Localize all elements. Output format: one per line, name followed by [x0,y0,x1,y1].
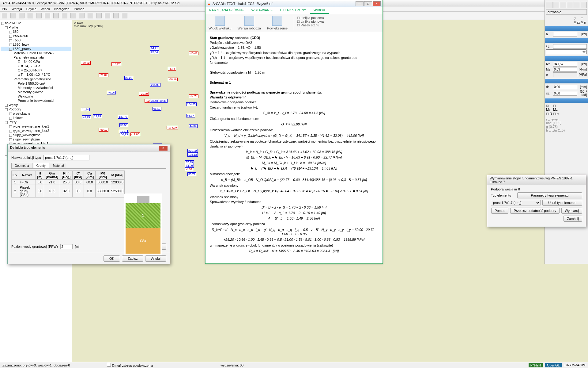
tb-axis-icon[interactable] [45,13,50,18]
document-body[interactable]: Stan graniczny nośności (GEO) Podejście … [205,32,383,262]
btn-parametry[interactable]: Parametry typu elementu [517,192,582,198]
tree-wsk[interactable]: Wskaźniki [1,94,71,98]
btn-ok[interactable]: OK [104,255,120,262]
chk-my[interactable]: ☑ My [546,104,552,111]
tree-prom[interactable]: Promienie bezwładności [1,98,71,103]
tab-wstawianie[interactable]: WSTAWIANIE [248,7,277,14]
inp-ll[interactable] [553,44,587,49]
tb-3d-icon[interactable] [122,13,127,18]
tree-podpory[interactable]: Podpory [1,107,71,111]
tree-prostokatne[interactable]: prostokątne [1,111,71,116]
chk-zmien-zakres[interactable] [107,363,111,367]
panel-btn4-icon[interactable] [567,2,573,8]
ribbon-tabs[interactable]: NARZĘDZIA GŁÓWNE WSTAWIANIE UKŁAD STRONY… [205,7,383,14]
tb-undo-icon[interactable] [88,13,93,18]
tree-l550p[interactable]: L550_prawy [1,47,71,51]
inp-phi[interactable] [553,91,577,96]
tree-350[interactable]: 350 [1,29,71,34]
dlg-def-close-icon[interactable]: × [159,146,168,151]
tb-delete-icon[interactable] [79,13,85,18]
inp-sigma[interactable] [553,72,577,77]
btn-usun-typ[interactable]: Usuń typ elementu [542,200,582,206]
tab-grunty[interactable]: Grunty [33,163,49,168]
tab-material[interactable]: Materiał [50,163,67,168]
chk-linijka-pion[interactable]: ☐ Linijka pionowa [297,20,324,23]
btn-zapisz[interactable]: Zapisz [122,255,143,262]
tb-move-icon[interactable] [62,13,67,18]
inp-mz[interactable] [553,67,577,72]
menu-narzedzia[interactable]: Narzędzia [54,7,70,11]
tab-uklad[interactable]: UKŁAD STRONY [276,7,310,14]
panel-close-icon[interactable] [581,2,587,8]
chk-max[interactable]: ☑ Max [574,17,580,24]
tb-filter-icon[interactable] [105,13,110,18]
grp-widok-wydruku[interactable]: Widok wydruku [209,16,232,30]
panel-btn3-icon[interactable] [560,2,566,8]
inp-dz[interactable] [553,85,577,89]
tree-sw[interactable]: slupy_wewnętrzne [1,133,71,137]
chk-mz[interactable]: ☐ Mz [553,104,559,111]
inp-nazwa-def[interactable] [43,155,89,160]
menu-edycja[interactable]: Edycja [26,7,36,11]
tree-profile[interactable]: Profile [1,25,71,29]
inp-rz[interactable] [553,62,577,67]
tree-sz[interactable]: slupy_zewnętrzne [1,137,71,141]
tab-narzedzia[interactable]: NARZĘDZIA GŁÓWNE [205,7,248,14]
grp-powiekszenie[interactable]: Powiększenie [267,16,288,30]
sel-1[interactable] [546,49,587,54]
max-button[interactable]: □ [364,1,372,6]
sel-typ-elementu[interactable]: prost 1.7x1.7 (proj) [491,200,541,205]
tree-momgl[interactable]: Momenty główne [1,90,71,94]
inp-h[interactable] [553,32,577,36]
chk-r[interactable]: ☐ R [546,112,552,116]
btn-anuluj[interactable]: Anuluj [145,255,166,262]
tb-redo-icon[interactable] [96,13,102,18]
dialog-wymiarowanie[interactable]: Wymiarowanie stopy fundamentowej wg PN-E… [487,175,586,227]
dialog-definicja-typu[interactable]: Definicja typu elementu × Nazwa definicj… [7,144,170,264]
chk-linijka-poz[interactable]: ☐ Linijka pozioma [297,16,324,20]
tree-param-mat[interactable]: Parametry materiału [1,55,71,59]
tree-root[interactable]: hala1-EC2 [1,21,71,25]
tree-p550x300[interactable]: P550x300 [1,34,71,38]
tb-rotate-icon[interactable] [70,13,76,18]
grp-wersja-robocza[interactable]: Wersja robocza [238,16,261,30]
tree-rw2[interactable]: rygle_wewnętrzne_kier2 [1,128,71,133]
btn-wymiaruj[interactable]: Wymiaruj [561,208,582,214]
tb-grid-icon[interactable] [36,13,42,18]
tree-wezly[interactable]: Węzły [1,103,71,107]
tree-kolowe[interactable]: kołowe [1,116,71,120]
grunty-table[interactable]: Lp. Nazwa H [m] Gm [kN/m3] Phi' [Deg] C'… [11,171,125,197]
tree-t550[interactable]: T550 [1,38,71,42]
table-row[interactable]: 1Ił (Cl)3.021.025.030.060.08000.012000.0 [12,180,125,185]
tb-open-icon[interactable] [10,13,16,18]
menu-plik[interactable]: Plik [2,7,7,11]
dlg-def-tabs[interactable]: Geometria Grunty Materiał [11,163,166,169]
tb-cut-icon[interactable] [53,13,59,18]
menu-widok[interactable]: Widok [41,7,50,11]
tb-new-icon[interactable] [2,13,7,18]
panel-btn1-icon[interactable] [546,2,552,8]
tb-calc-icon[interactable] [113,13,119,18]
table-row[interactable]: 2Piasek gruby (CSa)3.018.532.00.00.03500… [12,185,125,197]
close-button[interactable]: × [373,1,381,6]
btn-pomoc[interactable]: Pomoc [491,208,508,214]
chk-sig[interactable]: ☐ σ [553,112,559,116]
btn-przepisz[interactable]: Przepisz podatność podpory [510,208,560,214]
tb-save-icon[interactable] [19,13,24,18]
tb-print-icon[interactable] [28,13,33,18]
inp-ppw[interactable] [60,244,73,249]
panel-btn5-icon[interactable] [574,2,580,8]
tree-l550l[interactable]: L550_lewy [1,42,71,47]
textwin-titlebar[interactable]: ▲ ArCADia-TEXT - hala1-EC2 - Węzeł8.rtf … [205,0,383,7]
chk-min[interactable]: ☐ Min [581,17,587,24]
menu-wersja[interactable]: Wersja [12,7,22,11]
dlg-wym-title[interactable]: Wymiarowanie stopy fundamentowej wg PN-E… [487,175,586,185]
tree-mombez[interactable]: Momenty bezwładności [1,86,71,90]
panel-btn2-icon[interactable] [553,2,560,8]
chk-pasek-stanu[interactable]: ☐ Pasek stanu [297,23,324,27]
tree-param-geom[interactable]: Parametry geometryczne [1,77,71,81]
tree-material[interactable]: Materiał: Beton EN C35/45 [1,51,71,55]
tab-widok[interactable]: WIDOK [310,7,329,14]
dlg-def-title[interactable]: Definicja typu elementu × [8,144,170,152]
tree-rw1[interactable]: rygle_wewnętrzne_kier1 [1,124,71,128]
